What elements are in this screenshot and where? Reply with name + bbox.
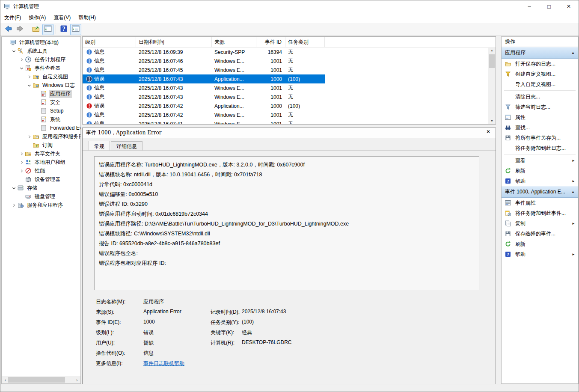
event-list-vertical-scrollbar[interactable] xyxy=(488,47,496,124)
action-帮助[interactable]: ?帮助 xyxy=(502,249,578,259)
action-查看[interactable]: 查看 xyxy=(502,155,578,166)
tree-item-15[interactable]: 性能 xyxy=(2,166,80,175)
tree-item-9[interactable]: 系统 xyxy=(2,115,80,124)
chevron-down-icon[interactable] xyxy=(11,48,17,54)
help-icon: ? xyxy=(505,178,511,184)
action-将任务附加到此事件[interactable]: 将任务附加到此事件... xyxy=(502,208,578,218)
event-list-body: 信息2025/12/8 16:09:39Security-SPP16394无信息… xyxy=(83,48,496,125)
forward-button[interactable] xyxy=(15,24,26,35)
tree-item-0[interactable]: 计算机管理(本地) xyxy=(2,38,80,47)
scroll-right-arrow-icon[interactable] xyxy=(73,376,80,383)
show-console-tree-icon xyxy=(71,24,80,34)
close-button[interactable] xyxy=(559,0,579,12)
chevron-right-icon[interactable] xyxy=(18,168,25,174)
tree-item-16[interactable]: 设备管理器 xyxy=(2,175,80,184)
app-icon xyxy=(4,3,11,10)
tree-item-8[interactable]: Setup xyxy=(2,107,80,115)
export-list-button[interactable] xyxy=(30,24,42,35)
action-刷新[interactable]: 刷新 xyxy=(502,239,578,249)
tree-item-10[interactable]: Forwarded Eve xyxy=(2,124,80,132)
tree-item-7[interactable]: 安全 xyxy=(2,98,80,107)
action-section-header-1[interactable]: 事件 1000, Application E... xyxy=(502,186,578,198)
action-帮助[interactable]: ?帮助 xyxy=(502,176,578,186)
chevron-right-icon[interactable] xyxy=(26,74,33,80)
scroll-thumb[interactable] xyxy=(489,54,495,68)
action-复制[interactable]: 复制 xyxy=(502,218,578,229)
show-console-tree-button[interactable] xyxy=(70,24,81,35)
minimize-button[interactable] xyxy=(520,0,539,12)
tree-item-12[interactable]: 订阅 xyxy=(2,141,80,149)
action-清除日志[interactable]: 清除日志... xyxy=(502,92,578,102)
scroll-down-arrow-icon[interactable] xyxy=(488,118,496,124)
event-row[interactable]: 信息2025/12/8 16:07:43Windows E...1001无 xyxy=(83,92,496,101)
tree-horizontal-scrollbar[interactable] xyxy=(2,376,80,383)
action-section-header-0[interactable]: 应用程序 xyxy=(502,47,578,59)
tree-item-11[interactable]: 应用程序和服务日志 xyxy=(2,132,80,141)
menu-item-0[interactable]: 文件(F) xyxy=(0,12,25,23)
action-将所有事件另存为[interactable]: 将所有事件另存为... xyxy=(502,133,578,143)
action-导入自定义视图[interactable]: 导入自定义视图... xyxy=(502,79,578,89)
tree-item-14[interactable]: 本地用户和组 xyxy=(2,158,80,166)
column-header-1[interactable]: 日期和时间 xyxy=(136,37,212,47)
tab-details[interactable]: 详细信息 xyxy=(111,141,143,151)
chevron-right-icon[interactable] xyxy=(18,159,25,166)
event-category: 无 xyxy=(285,120,325,125)
chevron-down-icon[interactable] xyxy=(26,82,33,89)
tree-item-13[interactable]: 共享文件夹 xyxy=(2,149,80,158)
column-header-4[interactable]: 任务类别 xyxy=(285,37,325,47)
event-level-cell: 错误 xyxy=(83,102,136,110)
event-row[interactable]: 信息2025/12/8 16:07:41Windows E...1001无 xyxy=(83,119,496,125)
action-将任务附加到此日志[interactable]: 将任务附加到此日志... xyxy=(502,143,578,153)
column-header-0[interactable]: 级别 xyxy=(83,37,136,47)
event-row[interactable]: 信息2025/12/8 16:07:43Windows E...1001无 xyxy=(83,83,496,92)
tree-item-1[interactable]: 系统工具 xyxy=(2,47,80,55)
panel-splitter[interactable] xyxy=(82,125,496,128)
event-log-help-link[interactable]: 事件日志联机帮助 xyxy=(143,360,184,367)
event-description-box[interactable]: 错误应用程序名称: TurboHUD_LightningMOD.exe，版本: … xyxy=(94,156,479,290)
console-window-button[interactable] xyxy=(42,24,53,35)
tree-item-5[interactable]: Windows 日志 xyxy=(2,81,80,89)
chevron-down-icon[interactable] xyxy=(11,185,17,191)
tree-item-18[interactable]: 磁盘管理 xyxy=(2,192,80,201)
menu-item-1[interactable]: 操作(A) xyxy=(25,12,50,23)
maximize-button[interactable] xyxy=(539,0,559,12)
event-row[interactable]: 信息2025/12/8 16:09:39Security-SPP16394无 xyxy=(83,48,496,56)
tree-item-6[interactable]: 应用程序 xyxy=(2,89,80,98)
close-detail-icon[interactable] xyxy=(484,129,492,136)
action-筛选当前日志[interactable]: 筛选当前日志... xyxy=(502,102,578,112)
tree-item-19[interactable]: 服务和应用程序 xyxy=(2,201,80,209)
action-属性[interactable]: 属性 xyxy=(502,112,578,122)
menu-item-3[interactable]: 帮助(H) xyxy=(74,12,100,23)
back-button[interactable] xyxy=(3,24,14,35)
action-刷新[interactable]: 刷新 xyxy=(502,166,578,176)
tree-item-4[interactable]: 自定义视图 xyxy=(2,72,80,81)
event-row[interactable]: 信息2025/12/8 16:07:45Windows E...1001无 xyxy=(83,65,496,74)
chevron-right-icon[interactable] xyxy=(11,202,17,208)
help-button[interactable]: ? xyxy=(58,24,69,35)
menu-item-2[interactable]: 查看(V) xyxy=(50,12,74,23)
tree-item-2[interactable]: 任务计划程序 xyxy=(2,55,80,64)
action-保存选择的事件[interactable]: 保存选择的事件... xyxy=(502,229,578,239)
scroll-up-arrow-icon[interactable] xyxy=(488,47,496,53)
event-row[interactable]: 错误2025/12/8 16:07:43Application...1000(1… xyxy=(83,74,325,83)
field-value: 暂缺 xyxy=(143,339,154,347)
event-row[interactable]: 错误2025/12/8 16:07:42Application...1000(1… xyxy=(83,101,496,110)
column-header-2[interactable]: 来源 xyxy=(212,37,256,47)
chevron-right-icon[interactable] xyxy=(26,134,33,140)
tree-item-3[interactable]: 事件查看器 xyxy=(2,64,80,72)
action-创建自定义视图[interactable]: 创建自定义视图... xyxy=(502,69,578,79)
chevron-right-icon[interactable] xyxy=(18,56,25,63)
chevron-down-icon[interactable] xyxy=(18,65,25,71)
action-打开保存的日志[interactable]: 打开保存的日志... xyxy=(502,59,578,69)
tree-item-17[interactable]: 存储 xyxy=(2,184,80,192)
scroll-thumb[interactable] xyxy=(8,377,65,383)
event-row[interactable]: 信息2025/12/8 16:07:46Windows E...1001无 xyxy=(83,56,496,65)
chevron-right-icon[interactable] xyxy=(18,151,25,157)
action-查找[interactable]: 查找... xyxy=(502,122,578,133)
column-header-3[interactable]: 事件 ID xyxy=(256,37,285,47)
collapse-arrow-icon[interactable] xyxy=(571,51,575,55)
collapse-arrow-icon[interactable] xyxy=(571,190,575,194)
action-事件属性[interactable]: 事件属性 xyxy=(502,198,578,208)
event-row[interactable]: 信息2025/12/8 16:07:42Windows E...1001无 xyxy=(83,110,496,119)
tab-general[interactable]: 常规 xyxy=(89,141,110,151)
